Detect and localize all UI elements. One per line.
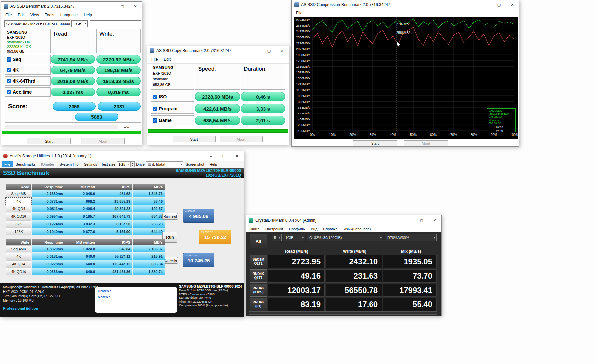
- test-size-select[interactable]: 1GB: [117, 161, 130, 167]
- all-tests-button[interactable]: All: [250, 234, 267, 248]
- toolbar-benchmarks[interactable]: Benchmarks: [13, 161, 38, 167]
- minimize-icon[interactable]: –: [204, 151, 217, 161]
- start-button[interactable]: Start: [27, 138, 71, 144]
- close-icon[interactable]: ✕: [129, 2, 142, 11]
- menu-item[interactable]: Language: [57, 12, 81, 18]
- menu-item[interactable]: Tools: [42, 12, 57, 18]
- result-value[interactable]: 73.70: [383, 269, 437, 283]
- result-value[interactable]: 2432.10: [326, 255, 382, 268]
- menu-item[interactable]: Справка: [320, 226, 340, 232]
- result-value[interactable]: 17993.41: [383, 284, 437, 297]
- test-size-select[interactable]: 1 GB: [71, 20, 88, 27]
- maximize-icon[interactable]: ▢: [116, 2, 129, 11]
- column-header: MB/s: [133, 239, 165, 245]
- minimize-icon[interactable]: –: [102, 2, 116, 11]
- chart-annotation: 2797MB/s: [396, 22, 411, 26]
- run-read-button[interactable]: Run read: [162, 213, 178, 220]
- checkbox-Game[interactable]: ✓: [153, 118, 157, 123]
- drive-select[interactable]: d: [data]: [146, 161, 183, 167]
- result-value[interactable]: 1935.05: [383, 255, 437, 268]
- menu-item[interactable]: Help: [81, 12, 95, 18]
- menu-item[interactable]: View: [27, 12, 42, 18]
- test-button-RND4K-(µs)[interactable]: RND4K(µs): [250, 298, 267, 311]
- test-size-select[interactable]: 1GiB: [283, 234, 305, 241]
- menu-item[interactable]: File: [148, 56, 161, 63]
- test-row-label[interactable]: 4K QD4: [6, 260, 31, 268]
- menu-item[interactable]: Edit: [161, 56, 174, 63]
- test-row-label[interactable]: 4K QD4: [6, 205, 31, 212]
- abort-button[interactable]: Abort: [220, 136, 263, 142]
- text-field[interactable]: [90, 20, 141, 27]
- test-button-RND4K-Q1T1[interactable]: RND4KQ1T1: [250, 269, 267, 283]
- test-button-RND4K-(IOPS)[interactable]: RND4K(IOPS): [250, 284, 267, 297]
- test-row-label[interactable]: 128K: [6, 228, 31, 235]
- close-icon[interactable]: ✕: [275, 46, 289, 55]
- toolbar-system-info[interactable]: System Info: [57, 161, 81, 167]
- test-button-SEQ1M-Q1T1[interactable]: SEQ1MQ1T1: [250, 255, 267, 268]
- minimize-icon[interactable]: –: [402, 215, 415, 225]
- result-value[interactable]: 49.16: [268, 269, 325, 283]
- spinner-up-icon[interactable]: ▴: [132, 162, 133, 164]
- toolbar-settings[interactable]: Settings: [81, 161, 100, 167]
- test-row-label[interactable]: Seq 4MB: [6, 190, 31, 197]
- toolbar-file[interactable]: File: [2, 161, 13, 167]
- drives-notes-box[interactable]: Drives : Notes :: [95, 287, 177, 313]
- menu-item[interactable]: File: [293, 10, 305, 16]
- checkbox-Program[interactable]: ✓: [153, 107, 157, 111]
- test-row-label[interactable]: 4K QD16: [6, 213, 31, 220]
- mix-ratio-select[interactable]: R70%/W30%: [385, 234, 437, 241]
- menu-item[interactable]: Вид: [308, 226, 320, 232]
- checkbox-Seq[interactable]: ✓: [7, 57, 11, 62]
- toolbar-iometer[interactable]: IOmeter: [38, 161, 57, 167]
- result-cell: 8 185.7: [65, 213, 97, 220]
- drive-select[interactable]: C: SAMSUNG MZVLB1T0HBLR-00000: [4, 20, 70, 27]
- result-value[interactable]: 17.60: [326, 298, 382, 311]
- result-value[interactable]: 12003.17: [268, 284, 325, 297]
- row-label-text: ISO: [159, 94, 167, 99]
- checkbox-4K[interactable]: ✓: [7, 68, 11, 72]
- test-count-select[interactable]: 5: [272, 234, 282, 241]
- menu-item[interactable]: Профиль: [286, 226, 308, 232]
- menu-item[interactable]: Файл: [247, 226, 262, 232]
- menu-item[interactable]: File: [2, 12, 15, 18]
- start-button[interactable]: Start: [353, 140, 397, 146]
- checkbox-4K-64Thrd[interactable]: ✓: [7, 79, 11, 83]
- start-button[interactable]: Start: [173, 136, 216, 142]
- close-icon[interactable]: ✕: [230, 151, 244, 161]
- maximize-icon[interactable]: ▢: [492, 0, 506, 9]
- result-value[interactable]: 2723.95: [268, 255, 325, 268]
- close-icon[interactable]: ✕: [506, 0, 519, 9]
- toolbar-screenshot[interactable]: Screenshot: [183, 161, 207, 167]
- column-header: Write: [6, 239, 31, 245]
- result-value[interactable]: 83.19: [268, 298, 325, 311]
- window-controls: – ▢ ✕: [102, 2, 142, 11]
- result-value[interactable]: 55.40: [383, 298, 437, 311]
- test-size-spinner[interactable]: ▴▾: [130, 161, 135, 167]
- result-value[interactable]: 56550.78: [326, 284, 382, 297]
- test-row-label[interactable]: 4K QD16: [6, 268, 31, 275]
- close-icon[interactable]: ✕: [428, 215, 441, 225]
- x-tick-label: 60%: [427, 133, 440, 137]
- menu-item[interactable]: Настройки: [262, 226, 286, 232]
- menu-item[interactable]: Edit: [15, 12, 27, 18]
- checkbox-ISO[interactable]: ✓: [153, 95, 157, 99]
- maximize-icon[interactable]: ▢: [217, 151, 230, 161]
- run-write-button[interactable]: Run write: [162, 257, 178, 264]
- maximize-icon[interactable]: ▢: [262, 46, 275, 55]
- checkbox-Acc.time[interactable]: ✓: [7, 90, 11, 94]
- maximize-icon[interactable]: ▢: [415, 215, 428, 225]
- abort-button[interactable]: Abort: [81, 138, 125, 144]
- minimize-icon[interactable]: –: [249, 46, 262, 55]
- as-ssd-benchmark-window: AS SSD Benchmark 2.0.7316.34247 – ▢ ✕ Fi…: [1, 1, 142, 145]
- result-value[interactable]: 231.63: [326, 269, 382, 283]
- abort-button[interactable]: Abort: [404, 140, 448, 146]
- minimize-icon[interactable]: –: [479, 0, 492, 9]
- target-drive-select[interactable]: C: 32% (39/120GiB): [307, 234, 383, 241]
- test-row-label[interactable]: 32K: [6, 220, 31, 228]
- test-row-label[interactable]: Seq 4MB: [6, 245, 31, 252]
- menu-item[interactable]: Язык(Language): [341, 226, 374, 232]
- toolbar-help[interactable]: Help: [207, 161, 220, 167]
- spinner-down-icon[interactable]: ▾: [132, 164, 133, 167]
- test-row-label[interactable]: 4K: [6, 253, 31, 260]
- test-row-label[interactable]: 4K: [6, 198, 31, 205]
